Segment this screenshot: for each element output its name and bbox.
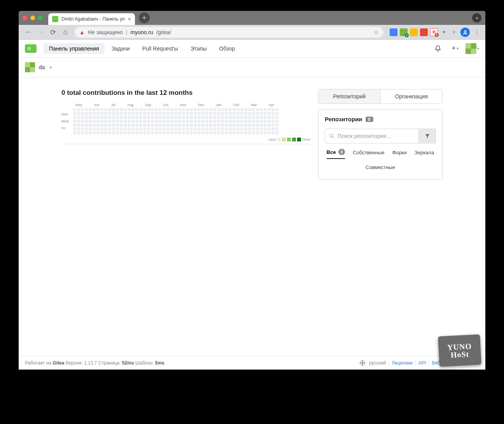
heatmap-cell[interactable] — [131, 108, 135, 111]
heatmap-cell[interactable] — [170, 112, 173, 115]
heatmap-cell[interactable] — [198, 112, 201, 115]
heatmap-cell[interactable] — [229, 124, 232, 127]
heatmap-cell[interactable] — [163, 116, 166, 119]
heatmap-cell[interactable] — [256, 131, 259, 134]
heatmap-cell[interactable] — [131, 120, 135, 123]
heatmap-cell[interactable] — [264, 131, 267, 134]
heatmap-cell[interactable] — [221, 112, 224, 115]
heatmap-cell[interactable] — [217, 116, 220, 119]
heatmap-cell[interactable] — [159, 120, 162, 123]
context-switcher[interactable]: da ▾ — [19, 58, 485, 77]
heatmap-cell[interactable] — [135, 120, 138, 123]
heatmap-cell[interactable] — [170, 127, 173, 131]
heatmap-cell[interactable] — [186, 120, 189, 123]
heatmap-cell[interactable] — [174, 116, 177, 119]
heatmap-cell[interactable] — [260, 116, 263, 119]
heatmap-cell[interactable] — [89, 127, 92, 131]
heatmap-cell[interactable] — [186, 124, 189, 127]
heatmap-cell[interactable] — [240, 116, 243, 119]
heatmap-cell[interactable] — [96, 112, 100, 115]
tab-organization[interactable]: Организация — [381, 89, 443, 103]
heatmap-cell[interactable] — [96, 124, 100, 127]
heatmap-cell[interactable] — [143, 131, 146, 134]
heatmap-cell[interactable] — [151, 127, 154, 131]
heatmap-cell[interactable] — [194, 124, 197, 127]
heatmap-cell[interactable] — [96, 131, 100, 134]
heatmap-cell[interactable] — [236, 112, 240, 115]
heatmap-cell[interactable] — [143, 108, 146, 111]
heatmap-cell[interactable] — [252, 124, 255, 127]
heatmap-cell[interactable] — [194, 108, 197, 111]
heatmap-cell[interactable] — [143, 112, 146, 115]
heatmap-cell[interactable] — [151, 116, 154, 119]
heatmap-cell[interactable] — [225, 120, 228, 123]
heatmap-cell[interactable] — [128, 120, 131, 123]
heatmap-cell[interactable] — [252, 120, 255, 123]
heatmap-cell[interactable] — [151, 112, 154, 115]
heatmap-cell[interactable] — [147, 127, 150, 131]
heatmap-cell[interactable] — [108, 116, 111, 119]
heatmap-cell[interactable] — [135, 124, 138, 127]
heatmap-cell[interactable] — [112, 108, 115, 111]
heatmap-cell[interactable] — [139, 116, 142, 119]
heatmap-cell[interactable] — [89, 108, 92, 111]
heatmap-cell[interactable] — [186, 131, 189, 134]
heatmap-cell[interactable] — [205, 127, 208, 131]
heatmap-cell[interactable] — [166, 112, 170, 115]
notifications-icon[interactable] — [431, 42, 445, 56]
heatmap-cell[interactable] — [260, 120, 263, 123]
heatmap-cell[interactable] — [221, 108, 224, 111]
heatmap-cell[interactable] — [93, 131, 96, 134]
heatmap-cell[interactable] — [248, 124, 251, 127]
heatmap-cell[interactable] — [89, 124, 92, 127]
heatmap-cell[interactable] — [260, 124, 263, 127]
heatmap-cell[interactable] — [174, 112, 177, 115]
heatmap-cell[interactable] — [155, 108, 158, 111]
heatmap-cell[interactable] — [217, 108, 220, 111]
heatmap-cell[interactable] — [248, 112, 251, 115]
heatmap-cell[interactable] — [201, 131, 205, 134]
heatmap-cell[interactable] — [248, 116, 251, 119]
heatmap-cell[interactable] — [128, 131, 131, 134]
heatmap-cell[interactable] — [205, 124, 208, 127]
heatmap-cell[interactable] — [108, 124, 111, 127]
heatmap-cell[interactable] — [159, 112, 162, 115]
heatmap-cell[interactable] — [225, 116, 228, 119]
maximize-window-icon[interactable] — [38, 16, 43, 20]
heatmap-cell[interactable] — [139, 108, 142, 111]
heatmap-cell[interactable] — [190, 124, 193, 127]
heatmap-cell[interactable] — [178, 108, 181, 111]
tab-repository[interactable]: Репозиторий — [318, 89, 381, 103]
heatmap-cell[interactable] — [229, 116, 232, 119]
heatmap-cell[interactable] — [236, 116, 240, 119]
heatmap-cell[interactable] — [236, 124, 240, 127]
heatmap-cell[interactable] — [190, 120, 193, 123]
heatmap-cell[interactable] — [209, 127, 212, 131]
heatmap-cell[interactable] — [96, 120, 100, 123]
heatmap-cell[interactable] — [120, 112, 123, 115]
heatmap-cell[interactable] — [256, 127, 259, 131]
heatmap-cell[interactable] — [244, 124, 247, 127]
heatmap-cell[interactable] — [155, 120, 158, 123]
heatmap-cell[interactable] — [256, 116, 259, 119]
reading-list-icon[interactable]: ≡ — [450, 28, 458, 36]
heatmap-cell[interactable] — [178, 131, 181, 134]
heatmap-cell[interactable] — [170, 120, 173, 123]
heatmap-cell[interactable] — [186, 116, 189, 119]
heatmap-cell[interactable] — [248, 131, 251, 134]
nav-item[interactable]: Задачи — [106, 43, 135, 54]
heatmap-cell[interactable] — [201, 108, 205, 111]
heatmap-cell[interactable] — [89, 131, 92, 134]
heatmap-cell[interactable] — [213, 112, 216, 115]
bookmark-icon[interactable]: ☆ — [374, 29, 379, 35]
browser-tab[interactable]: Dmitri Agababaev - Панель уп × — [48, 13, 135, 25]
heatmap-cell[interactable] — [170, 131, 173, 134]
heatmap-cell[interactable] — [240, 131, 243, 134]
heatmap-cell[interactable] — [233, 120, 236, 123]
heatmap-cell[interactable] — [233, 116, 236, 119]
heatmap-cell[interactable] — [120, 127, 123, 131]
heatmap-cell[interactable] — [135, 131, 138, 134]
heatmap-cell[interactable] — [194, 120, 197, 123]
heatmap-cell[interactable] — [194, 131, 197, 134]
heatmap-cell[interactable] — [233, 131, 236, 134]
